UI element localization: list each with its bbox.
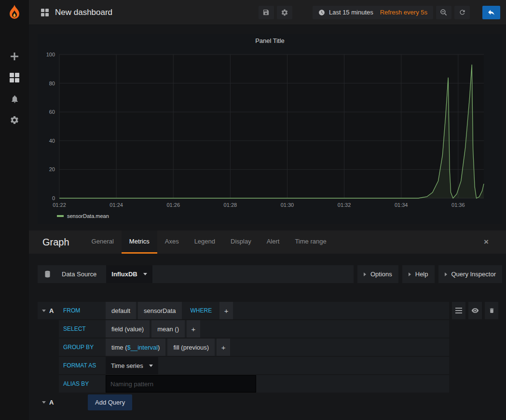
add-where-condition-button[interactable]: + (219, 302, 233, 319)
help-button[interactable]: Help (402, 265, 435, 283)
panel-title[interactable]: Panel Title (38, 34, 502, 47)
svg-text:01:30: 01:30 (281, 202, 294, 208)
chart-legend: sensorData.mean (38, 210, 502, 222)
tab-alert[interactable]: Alert (259, 230, 287, 254)
caret-down-icon (149, 365, 153, 367)
query-inspector-button[interactable]: Query Inspector (438, 265, 503, 283)
refresh-button[interactable] (454, 6, 470, 19)
caret-down-icon (42, 401, 46, 404)
grafana-logo[interactable] (0, 0, 29, 25)
datasource-bar: Data Source InfluxDB Options Help Query … (38, 265, 502, 283)
trash-icon (489, 307, 495, 314)
query-row-select: SELECT field (value) mean () + (59, 320, 449, 338)
dashboard-title[interactable]: New dashboard (55, 8, 112, 17)
select-field-chip[interactable]: field (value) (106, 320, 150, 338)
clock-icon (318, 9, 325, 16)
legend-swatch (57, 215, 64, 217)
query-row-from: A FROM default sensorData WHERE + (38, 302, 449, 319)
chevron-right-icon (445, 272, 447, 276)
svg-text:60: 60 (49, 109, 55, 115)
back-to-dashboard-button[interactable] (482, 6, 500, 19)
tab-time-range[interactable]: Time range (287, 230, 334, 254)
svg-text:0: 0 (52, 195, 55, 201)
database-icon (44, 270, 51, 278)
time-series-chart[interactable]: 02040608010001:2201:2401:2601:2801:3001:… (38, 47, 502, 210)
add-query-button[interactable]: Add Query (88, 394, 132, 410)
datasource-row: Data Source InfluxDB (38, 265, 354, 283)
chevron-right-icon (409, 272, 411, 276)
svg-text:01:34: 01:34 (395, 202, 408, 208)
svg-text:01:24: 01:24 (109, 202, 123, 208)
sidebar-item-dashboards[interactable] (8, 71, 21, 84)
gear-icon (281, 9, 288, 16)
collapsed-query-ref-id: A (49, 399, 54, 406)
tab-axes[interactable]: Axes (157, 230, 187, 254)
refresh-interval-label[interactable]: Refresh every 5s (380, 9, 427, 16)
save-button[interactable] (259, 6, 274, 19)
svg-text:20: 20 (49, 166, 55, 172)
options-button[interactable]: Options (357, 265, 398, 283)
groupby-fill-chip[interactable]: fill (previous) (167, 339, 215, 356)
query-ref-id: A (49, 307, 54, 314)
datasource-select[interactable]: InfluxDB (106, 265, 152, 283)
query-menu-button[interactable] (452, 302, 465, 319)
options-label: Options (370, 271, 392, 278)
chevron-right-icon (364, 272, 366, 276)
svg-text:01:26: 01:26 (166, 202, 180, 208)
select-mean-chip[interactable]: mean () (151, 320, 185, 338)
add-groupby-part-button[interactable]: + (217, 339, 230, 356)
delete-query-button[interactable] (485, 302, 498, 319)
panel-editor-tabstrip: Graph General Metrics Axes Legend Displa… (29, 230, 506, 254)
groupby-time-chip[interactable]: time ($__interval) (106, 339, 165, 356)
tab-legend[interactable]: Legend (187, 230, 223, 254)
collapsed-query-toggle[interactable]: A (38, 399, 59, 406)
tab-display[interactable]: Display (223, 230, 259, 254)
bell-icon (10, 95, 19, 104)
close-editor-button[interactable]: × (484, 237, 489, 247)
toggle-query-visibility-button[interactable] (468, 302, 482, 319)
menu-icon (455, 308, 462, 313)
main-content: Panel Title 02040608010001:2201:2401:260… (29, 25, 506, 420)
time-suffix: ) (158, 344, 160, 351)
query-collapse-toggle[interactable]: A (38, 302, 59, 319)
time-range-label: Last 15 minutes (329, 9, 373, 16)
query-row-format: FORMAT AS Time series (59, 357, 449, 374)
svg-text:01:36: 01:36 (451, 202, 465, 208)
top-navbar: New dashboard Last 15 minutes Refresh ev… (29, 0, 506, 25)
panel-settings-button[interactable] (277, 6, 292, 19)
eye-icon (471, 307, 479, 314)
alias-input[interactable] (106, 375, 256, 393)
add-select-part-button[interactable]: + (187, 320, 200, 338)
svg-text:01:22: 01:22 (53, 202, 66, 208)
save-icon (262, 9, 270, 16)
tab-general[interactable]: General (84, 230, 122, 254)
retention-policy-chip[interactable]: default (106, 302, 136, 319)
where-label[interactable]: WHERE (184, 302, 219, 319)
format-as-select[interactable]: Time series (106, 357, 158, 374)
format-as-value: Time series (111, 362, 143, 369)
measurement-chip[interactable]: sensorData (138, 302, 181, 319)
time-picker-button[interactable]: Last 15 minutes Refresh every 5s (313, 6, 433, 19)
panel-type-title: Graph (29, 230, 84, 254)
alias-by-label: ALIAS BY (59, 375, 106, 393)
tab-metrics[interactable]: Metrics (122, 230, 157, 254)
caret-down-icon (42, 310, 46, 312)
datasource-value: InfluxDB (111, 271, 137, 278)
zoom-out-button[interactable] (436, 6, 451, 19)
select-label: SELECT (59, 320, 106, 338)
caret-down-icon (143, 273, 147, 275)
refresh-icon (459, 9, 466, 16)
sidebar-item-alerting[interactable] (8, 93, 21, 105)
plus-icon (10, 52, 19, 61)
dashboard-grid-icon (9, 72, 20, 83)
query-inspector-label: Query Inspector (451, 271, 496, 278)
datasource-label: Data Source (62, 271, 96, 278)
sidebar-item-settings[interactable] (8, 114, 21, 126)
svg-text:40: 40 (49, 138, 55, 144)
sidebar-item-add[interactable] (8, 50, 21, 63)
grafana-flame-icon (7, 4, 22, 21)
dashboard-icon (41, 8, 49, 17)
help-label: Help (415, 271, 428, 278)
time-prefix: time ( (111, 344, 127, 351)
legend-label[interactable]: sensorData.mean (67, 213, 109, 219)
